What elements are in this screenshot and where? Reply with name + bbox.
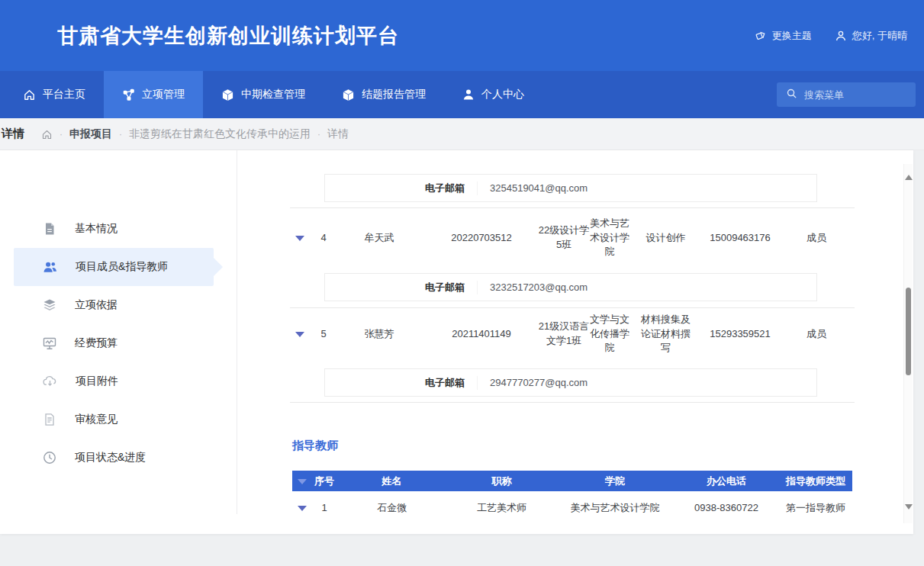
scroll-up-arrow-icon[interactable] <box>905 175 913 180</box>
email-value: 2947770277@qq.com <box>478 377 588 388</box>
breadcrumb-separator: · <box>60 129 63 140</box>
document-icon <box>43 222 56 236</box>
member-college: 美术与艺术设计学院 <box>590 217 629 260</box>
member-student-id: 20211401149 <box>425 327 538 342</box>
member-email-row: 电子邮箱 2947770277@qq.com <box>324 368 817 397</box>
row-divider <box>290 307 855 308</box>
user-greeting: 您好, 于晴晴 <box>852 29 907 43</box>
advisor-name: 石金微 <box>336 501 447 515</box>
sidebar-item-members-advisors[interactable]: 项目成员&指导教师 <box>14 248 214 286</box>
theme-icon <box>755 30 767 41</box>
sidebar-item-basic-info[interactable]: 基本情况 <box>14 210 214 248</box>
member-table-row: 5 张慧芳 20211401149 21级汉语言文学1班 文学与文化传播学院 材… <box>286 311 855 357</box>
member-student-id: 20220703512 <box>425 231 538 246</box>
nav-label: 立项管理 <box>142 88 185 101</box>
search-icon <box>786 88 797 102</box>
clock-icon <box>43 451 56 465</box>
sidebar-item-budget[interactable]: 经费预算 <box>14 324 214 362</box>
advisor-type: 第一指导教师 <box>779 501 852 515</box>
chart-monitor-icon <box>43 336 56 350</box>
member-class: 22级设计学5班 <box>538 224 590 252</box>
member-email-row: 电子邮箱 3232517203@qq.com <box>324 273 817 301</box>
menu-search <box>777 82 916 107</box>
sidebar-item-label: 经费预算 <box>75 336 118 350</box>
share-nodes-icon <box>122 88 135 101</box>
sidebar-item-label: 审核意见 <box>75 413 118 426</box>
advisors-section-title: 指导教师 <box>292 439 338 453</box>
home-icon <box>23 88 36 101</box>
user-icon <box>835 30 847 42</box>
caret-down-icon[interactable] <box>295 332 304 337</box>
breadcrumb-separator: · <box>317 129 320 140</box>
member-no: 5 <box>314 327 333 342</box>
main-nav: 平台主页 立项管理 中期检查管理 结题报告管理 个人中心 <box>0 71 924 118</box>
breadcrumb-home-icon[interactable] <box>41 128 53 140</box>
email-value: 3254519041@qq.com <box>478 182 588 194</box>
page-title: 详情 <box>2 127 24 141</box>
scrollbar-thumb[interactable] <box>906 288 911 375</box>
nav-label: 平台主页 <box>43 88 85 101</box>
column-header: 姓名 <box>336 474 447 488</box>
email-label: 电子邮箱 <box>325 182 478 195</box>
nav-item-platform-home[interactable]: 平台主页 <box>5 71 104 118</box>
member-no: 4 <box>314 231 333 246</box>
detail-card: 基本情况 项目成员&指导教师 立项依据 经费预算 项目附件 <box>0 150 913 534</box>
users-icon <box>43 260 57 274</box>
sidebar-item-status-progress[interactable]: 项目状态&进度 <box>14 439 214 477</box>
breadcrumb-separator: · <box>119 129 122 140</box>
member-email-row: 电子邮箱 3254519041@qq.com <box>324 174 817 202</box>
caret-down-icon[interactable] <box>295 236 304 241</box>
breadcrumb: 详情 · 申报项目 · 非遗剪纸在甘肃红色文化传承中的运用 · 详情 <box>0 118 924 150</box>
nav-item-project-management[interactable]: 立项管理 <box>104 71 203 118</box>
detail-sidebar: 基本情况 项目成员&指导教师 立项依据 经费预算 项目附件 <box>0 150 237 514</box>
sidebar-item-label: 项目状态&进度 <box>75 451 146 465</box>
app-header: 甘肃省大学生创新创业训练计划平台 更换主题 您好, 于晴晴 <box>0 0 924 71</box>
theme-switch-button[interactable]: 更换主题 <box>755 29 812 43</box>
cube-icon <box>342 88 355 101</box>
caret-down-icon[interactable] <box>298 506 307 511</box>
advisor-title: 工艺美术师 <box>447 501 556 515</box>
member-class: 21级汉语言文学1班 <box>538 320 590 349</box>
caret-down-icon[interactable] <box>298 479 307 484</box>
row-divider <box>290 207 855 208</box>
row-divider <box>290 402 855 403</box>
member-role: 成员 <box>778 327 855 342</box>
member-phone: 15293359521 <box>702 327 778 342</box>
sidebar-item-basis[interactable]: 立项依据 <box>14 286 214 324</box>
content-scrollbar[interactable] <box>903 164 913 523</box>
advisor-no: 1 <box>312 502 336 513</box>
advisor-table-row: 1 石金微 工艺美术师 美术与艺术设计学院 0938-8360722 第一指导教… <box>292 491 852 524</box>
nav-label: 中期检查管理 <box>241 88 305 101</box>
nav-label: 结题报告管理 <box>362 88 426 101</box>
sidebar-item-label: 项目成员&指导教师 <box>76 260 168 274</box>
column-header: 序号 <box>312 474 336 488</box>
nav-label: 个人中心 <box>481 88 524 101</box>
member-task: 设计创作 <box>629 231 702 246</box>
member-role: 成员 <box>778 231 855 246</box>
member-name: 牟天武 <box>333 231 425 246</box>
search-input[interactable] <box>804 89 896 101</box>
nav-item-personal-center[interactable]: 个人中心 <box>444 71 542 118</box>
nav-item-final-report[interactable]: 结题报告管理 <box>324 71 444 118</box>
app-title: 甘肃省大学生创新创业训练计划平台 <box>57 22 399 50</box>
person-icon <box>462 88 475 101</box>
column-header: 办公电话 <box>674 474 779 488</box>
column-header: 职称 <box>447 474 556 488</box>
member-college: 文学与文化传播学院 <box>590 313 629 356</box>
breadcrumb-current: 详情 <box>327 127 349 141</box>
sidebar-item-attachments[interactable]: 项目附件 <box>14 362 214 400</box>
layers-icon <box>43 298 56 312</box>
breadcrumb-link-declared-projects[interactable]: 申报项目 <box>69 127 112 141</box>
user-menu[interactable]: 您好, 于晴晴 <box>835 29 907 43</box>
sidebar-item-label: 基本情况 <box>75 222 118 236</box>
email-value: 3232517203@qq.com <box>478 281 588 293</box>
scroll-down-arrow-icon[interactable] <box>905 504 913 510</box>
member-name: 张慧芳 <box>333 327 425 342</box>
nav-item-midterm-check[interactable]: 中期检查管理 <box>203 71 324 118</box>
column-header: 指导教师类型 <box>779 474 852 488</box>
advisors-table-header: 序号 姓名 职称 学院 办公电话 指导教师类型 <box>292 471 852 491</box>
sidebar-item-review-comments[interactable]: 审核意见 <box>14 400 214 439</box>
cube-icon <box>221 88 234 101</box>
email-label: 电子邮箱 <box>325 376 478 390</box>
cloud-download-icon <box>43 375 57 388</box>
